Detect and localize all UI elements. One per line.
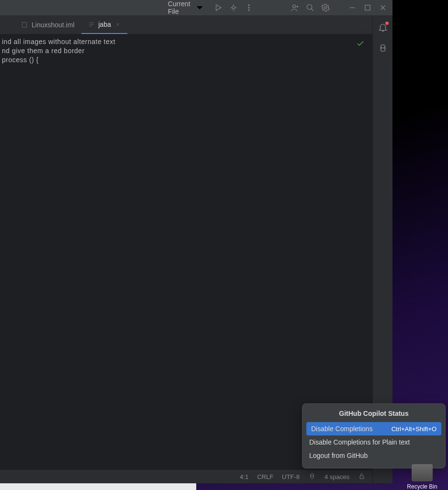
svg-point-25 bbox=[366, 24, 366, 24]
chevron-down-icon bbox=[193, 1, 206, 14]
svg-line-13 bbox=[311, 9, 314, 11]
code-line: ind all images without alternate text bbox=[0, 38, 372, 47]
svg-point-31 bbox=[381, 47, 382, 48]
svg-rect-30 bbox=[360, 476, 364, 479]
popup-item-label: Disable Completions for Plain text bbox=[309, 438, 410, 446]
close-button[interactable] bbox=[376, 1, 390, 14]
popup-item-logout[interactable]: Logout from GitHub bbox=[302, 449, 445, 462]
readonly-icon[interactable] bbox=[358, 472, 366, 481]
close-tab-icon[interactable] bbox=[115, 22, 121, 27]
bottom-strip bbox=[0, 483, 196, 490]
tab-linuxshout[interactable]: Linuxshout.iml bbox=[14, 15, 81, 34]
svg-marker-0 bbox=[216, 5, 222, 11]
tab-jaba[interactable]: jaba bbox=[81, 15, 127, 34]
svg-point-32 bbox=[383, 47, 384, 48]
indent-setting[interactable]: 4 spaces bbox=[325, 473, 349, 480]
maximize-button[interactable] bbox=[361, 1, 374, 14]
svg-point-7 bbox=[248, 7, 249, 8]
inspection-ok-icon[interactable] bbox=[356, 39, 365, 49]
tabs-more-button[interactable] bbox=[359, 18, 372, 32]
tab-label: Linuxshout.iml bbox=[32, 21, 75, 29]
svg-point-6 bbox=[248, 5, 249, 6]
svg-point-29 bbox=[313, 475, 313, 476]
copilot-status-popup: GitHub Copilot Status Disable Completion… bbox=[302, 403, 446, 468]
svg-point-26 bbox=[366, 24, 366, 25]
recycle-bin-desktop-icon[interactable]: Recycle Bin bbox=[407, 464, 437, 490]
popup-title: GitHub Copilot Status bbox=[302, 410, 445, 417]
run-config-label: Current File bbox=[168, 0, 190, 15]
popup-item-disable-plaintext[interactable]: Disable Completions for Plain text bbox=[302, 435, 445, 449]
copilot-toolwindow-button[interactable] bbox=[378, 43, 388, 54]
svg-point-12 bbox=[307, 4, 312, 10]
svg-point-1 bbox=[232, 6, 235, 9]
file-icon bbox=[21, 22, 28, 28]
notifications-button[interactable] bbox=[378, 22, 388, 33]
svg-rect-19 bbox=[22, 22, 26, 27]
run-button[interactable] bbox=[212, 1, 225, 14]
popup-item-disable-completions[interactable]: Disable Completions Ctrl+Alt+Shift+O bbox=[306, 422, 441, 435]
tab-label: jaba bbox=[99, 21, 111, 28]
svg-point-8 bbox=[248, 10, 249, 11]
popup-item-shortcut: Ctrl+Alt+Shift+O bbox=[392, 425, 437, 433]
notification-dot-icon bbox=[385, 22, 389, 25]
line-separator[interactable]: CRLF bbox=[257, 473, 273, 480]
svg-point-27 bbox=[366, 25, 366, 25]
copilot-status-icon[interactable] bbox=[308, 472, 316, 481]
code-with-me-button[interactable] bbox=[288, 1, 302, 14]
svg-point-28 bbox=[311, 475, 312, 476]
title-bar: Current File bbox=[0, 0, 392, 15]
search-button[interactable] bbox=[303, 1, 317, 14]
code-line: nd give them a red border bbox=[0, 47, 372, 56]
recycle-bin-icon bbox=[412, 464, 433, 481]
recycle-bin-label: Recycle Bin bbox=[407, 483, 437, 490]
popup-item-label: Logout from GitHub bbox=[309, 452, 368, 459]
cursor-position[interactable]: 4:1 bbox=[240, 473, 248, 480]
run-config-selector[interactable]: Current File bbox=[164, 0, 210, 17]
more-actions-button[interactable] bbox=[242, 1, 256, 14]
file-encoding[interactable]: UTF-8 bbox=[282, 473, 300, 480]
settings-button[interactable] bbox=[319, 1, 332, 14]
status-bar: 4:1 CRLF UTF-8 4 spaces bbox=[0, 470, 372, 483]
text-file-icon bbox=[88, 21, 95, 28]
svg-rect-16 bbox=[365, 5, 370, 11]
popup-item-label: Disable Completions bbox=[311, 425, 372, 433]
code-line: process () { bbox=[0, 56, 372, 65]
svg-point-14 bbox=[325, 7, 327, 9]
debug-button[interactable] bbox=[227, 1, 240, 14]
editor-tabs: Linuxshout.iml jaba bbox=[0, 15, 372, 34]
minimize-button[interactable] bbox=[346, 1, 359, 14]
svg-point-9 bbox=[293, 5, 296, 8]
